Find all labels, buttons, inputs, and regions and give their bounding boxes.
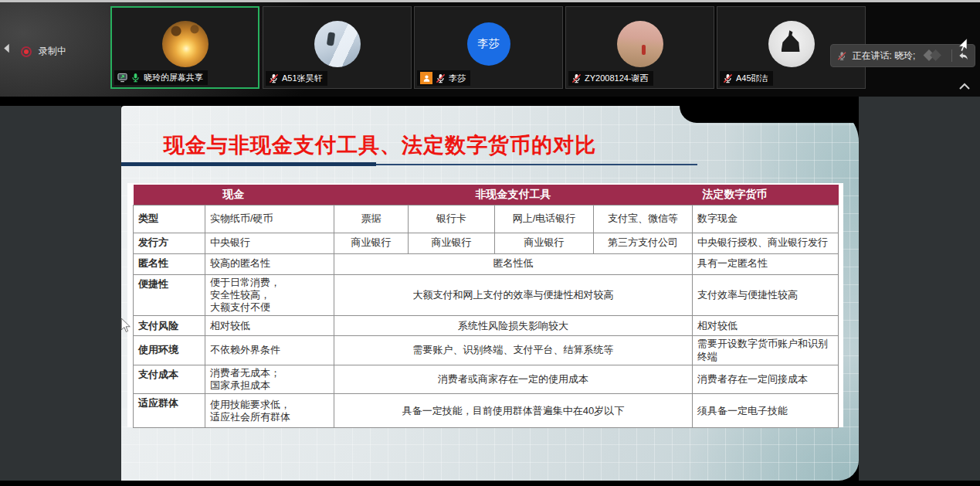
participant-name: 李莎 <box>449 73 466 84</box>
shared-slide: 现金与非现金支付工具、法定数字货币的对比 现金 非现金支付工具 法定数字货币 <box>121 97 859 481</box>
mic-muted-icon <box>723 73 733 83</box>
participant-name: 晓玲的屏幕共享 <box>144 72 203 83</box>
table-cell: 实物纸币/硬币 <box>205 205 334 233</box>
table-cell: 消费者存在一定间接成本 <box>693 365 839 394</box>
reply-arrow-icon[interactable] <box>958 50 968 62</box>
mic-on-icon <box>131 73 141 83</box>
chevron-up-icon[interactable] <box>958 81 972 92</box>
avatar <box>162 21 209 67</box>
row-label: 适应群体 <box>134 394 205 428</box>
table-cell: 中央银行授权、商业银行发行 <box>693 233 839 253</box>
row-label: 支付风险 <box>134 316 205 336</box>
avatar <box>617 21 663 67</box>
participant-name: A45邵洁 <box>736 73 768 84</box>
table-cell: 需要开设数字货币账户和识别终端 <box>693 336 839 365</box>
video-tile-1[interactable]: 晓玲的屏幕共享 <box>110 6 259 89</box>
person-badge-icon <box>420 72 432 84</box>
table-row: 支付风险 相对较低 系统性风险损失影响较大 相对较低 <box>134 316 839 336</box>
table-cell: 具有一定匿名性 <box>693 253 839 274</box>
table-cell: 中央银行 <box>205 233 334 253</box>
table-cell: 使用技能要求低， 适应社会所有群体 <box>205 394 334 428</box>
table-row: 便捷性 便于日常消费， 安全性较高， 大额支付不便 大额支付和网上支付的效率与便… <box>134 274 839 316</box>
table-cell: 便于日常消费， 安全性较高， 大额支付不便 <box>205 274 334 316</box>
avatar: 李莎 <box>467 22 510 66</box>
name-badge: 李莎 <box>417 70 470 86</box>
header-cash: 现金 <box>134 185 334 205</box>
participant-name: ZY2008124-谢西 <box>585 73 649 84</box>
name-badge: A45邵洁 <box>720 71 773 86</box>
screen-share-icon <box>117 73 127 83</box>
table-cell: 商业银行 <box>334 233 409 253</box>
table-row: 支付成本 消费者无成本； 国家承担成本 消费者或商家存在一定的使用成本 消费者存… <box>134 365 839 394</box>
table-cell: 银行卡 <box>409 205 495 233</box>
table-cell: 消费者或商家存在一定的使用成本 <box>334 365 693 394</box>
person-icon <box>422 74 431 83</box>
table-cell: 网上/电话银行 <box>495 205 594 233</box>
name-badge: 晓玲的屏幕共享 <box>114 70 208 85</box>
video-tile-2[interactable]: A51张昊轩 <box>263 6 412 89</box>
table-row: 适应群体 使用技能要求低， 适应社会所有群体 具备一定技能，目前使用群体普遍集中… <box>134 394 839 428</box>
table-cell: 支付效率与便捷性较高 <box>693 274 839 316</box>
meeting-window: 录制中 晓玲的屏幕共享 <box>0 0 980 486</box>
name-badge: ZY2008124-谢西 <box>568 71 653 86</box>
slide-folder-notch <box>680 106 859 123</box>
table-row: 匿名性 较高的匿名性 匿名性低 具有一定匿名性 <box>134 253 839 274</box>
table-cell: 数字现金 <box>693 205 839 233</box>
mic-muted-icon <box>571 73 582 83</box>
table-header-row: 现金 非现金支付工具 法定数字货币 <box>134 185 839 205</box>
participant-name: A51张昊轩 <box>282 73 323 84</box>
table-cell: 须具备一定电子技能 <box>693 394 839 428</box>
screen-share-area: 现金与非现金支付工具、法定数字货币的对比 现金 非现金支付工具 法定数字货币 <box>0 97 980 481</box>
table-row: 使用环境 不依赖外界条件 需要账户、识别终端、支付平台、结算系统等 需要开设数字… <box>134 336 839 365</box>
table-cell: 消费者无成本； 国家承担成本 <box>205 365 334 394</box>
table-cell: 具备一定技能，目前使用群体普遍集中在40岁以下 <box>334 394 693 428</box>
table-row: 发行方 中央银行 商业银行 商业银行 商业银行 第三方支付公司 中央银行授权、商… <box>134 233 839 253</box>
recording-indicator: 录制中 <box>21 45 66 58</box>
row-label: 支付成本 <box>134 365 205 394</box>
row-label: 匿名性 <box>134 253 205 274</box>
participant-strip: 录制中 晓玲的屏幕共享 <box>0 2 980 97</box>
record-icon <box>21 46 32 57</box>
row-label: 类型 <box>134 205 205 233</box>
row-label: 使用环境 <box>134 336 205 365</box>
bottom-black-bar <box>0 481 980 486</box>
table-row: 类型 实物纸币/硬币 票据 银行卡 网上/电话银行 支付宝、微信等 数字现金 <box>134 205 839 233</box>
comparison-table: 现金 非现金支付工具 法定数字货币 类型 实物纸币/硬币 票据 银行卡 网上/电… <box>133 185 839 428</box>
speaking-status: 正在讲话: 晓玲; <box>852 49 915 63</box>
video-tile-4[interactable]: ZY2008124-谢西 <box>565 6 714 89</box>
mic-muted-icon <box>269 73 279 83</box>
table-cell: 支付宝、微信等 <box>594 205 693 233</box>
recording-label: 录制中 <box>39 45 66 58</box>
table-cell: 匿名性低 <box>334 253 693 274</box>
table-cell: 票据 <box>334 205 409 233</box>
left-triangle-icon <box>2 43 12 53</box>
table-cell: 系统性风险损失影响较大 <box>334 316 693 336</box>
title-underline-thick <box>121 162 376 166</box>
table-panel: 现金 非现金支付工具 法定数字货币 类型 实物纸币/硬币 票据 银行卡 网上/电… <box>127 183 843 427</box>
divider <box>951 49 952 62</box>
mic-muted-icon <box>837 51 846 61</box>
table-cell: 较高的匿名性 <box>205 253 334 274</box>
avatar <box>314 21 361 67</box>
table-cell: 需要账户、识别终端、支付平台、结算系统等 <box>334 336 693 365</box>
mic-muted-icon <box>436 73 446 83</box>
row-label: 发行方 <box>134 233 205 253</box>
video-tile-3[interactable]: 李莎 李莎 <box>414 6 563 89</box>
app-logo-icon <box>921 48 945 63</box>
speaking-toolbar: 正在讲话: 晓玲; <box>830 44 975 67</box>
title-underline-thin <box>376 164 697 165</box>
collapse-strip-left-button[interactable] <box>2 43 12 59</box>
slide-title: 现金与非现金支付工具、法定数字货币的对比 <box>164 131 596 159</box>
table-cell: 商业银行 <box>495 233 594 253</box>
table-cell: 相对较低 <box>693 316 839 336</box>
table-cell: 相对较低 <box>205 316 334 336</box>
header-cbdc: 法定数字货币 <box>693 185 839 205</box>
header-noncash: 非现金支付工具 <box>334 185 693 205</box>
avatar <box>768 21 815 67</box>
table-cell: 大额支付和网上支付的效率与便捷性相对较高 <box>334 274 693 316</box>
table-cell: 商业银行 <box>409 233 495 253</box>
table-cell: 第三方支付公司 <box>594 233 693 253</box>
table-cell: 不依赖外界条件 <box>205 336 334 365</box>
row-label: 便捷性 <box>134 274 205 316</box>
name-badge: A51张昊轩 <box>266 71 327 86</box>
